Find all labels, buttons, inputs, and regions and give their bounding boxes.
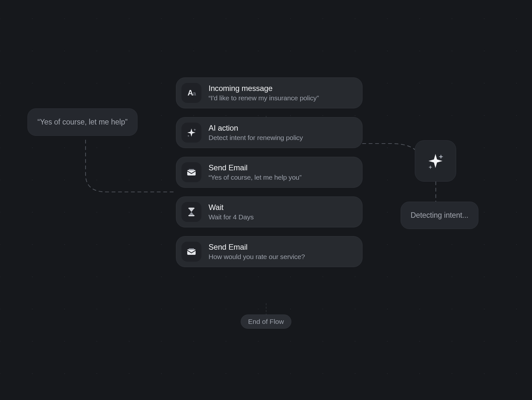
- step-subtitle: How would you rate our service?: [209, 253, 305, 261]
- end-of-flow-pill[interactable]: End of Flow: [241, 315, 292, 329]
- step-send-email-1[interactable]: Send Email “Yes of course, let me help y…: [176, 157, 363, 188]
- hourglass-icon: [181, 202, 201, 222]
- email-icon: [181, 242, 201, 262]
- step-incoming-message[interactable]: A a Incoming message “I'd like to renew …: [176, 77, 363, 108]
- step-subtitle: “I'd like to renew my insurance policy”: [209, 94, 319, 102]
- status-bubble-text: Detecting intent...: [411, 211, 468, 219]
- step-title: Wait: [209, 203, 254, 212]
- step-title: AI action: [209, 124, 303, 133]
- end-of-flow-label: End of Flow: [248, 318, 284, 325]
- svg-rect-4: [189, 215, 195, 216]
- sparkle-icon: [181, 123, 201, 143]
- svg-text:A: A: [188, 88, 193, 97]
- step-title: Incoming message: [209, 84, 319, 93]
- text-icon: A a: [181, 83, 201, 103]
- step-wait[interactable]: Wait Wait for 4 Days: [176, 196, 363, 227]
- step-send-email-2[interactable]: Send Email How would you rate our servic…: [176, 236, 363, 267]
- ai-status-node[interactable]: [415, 140, 456, 182]
- step-subtitle: Wait for 4 Days: [209, 213, 254, 221]
- step-ai-action[interactable]: AI action Detect intent for renewing pol…: [176, 117, 363, 148]
- status-bubble-right[interactable]: Detecting intent...: [401, 202, 478, 229]
- email-icon: [181, 162, 201, 182]
- step-title: Send Email: [209, 163, 302, 172]
- preview-bubble-text: “Yes of course, let me help”: [37, 118, 128, 126]
- svg-rect-5: [187, 249, 196, 255]
- step-subtitle: “Yes of course, let me help you”: [209, 174, 302, 181]
- step-title: Send Email: [209, 243, 305, 252]
- flow-steps-column: A a Incoming message “I'd like to renew …: [176, 77, 363, 267]
- connector-vertical: [266, 303, 267, 315]
- step-subtitle: Detect intent for renewing policy: [209, 134, 303, 142]
- flow-canvas[interactable]: “Yes of course, let me help” Detecting i…: [0, 0, 532, 400]
- preview-bubble-left[interactable]: “Yes of course, let me help”: [27, 108, 138, 136]
- svg-text:a: a: [193, 90, 196, 97]
- svg-rect-3: [189, 208, 195, 209]
- svg-rect-2: [187, 170, 196, 175]
- sparkle-icon: [426, 152, 445, 170]
